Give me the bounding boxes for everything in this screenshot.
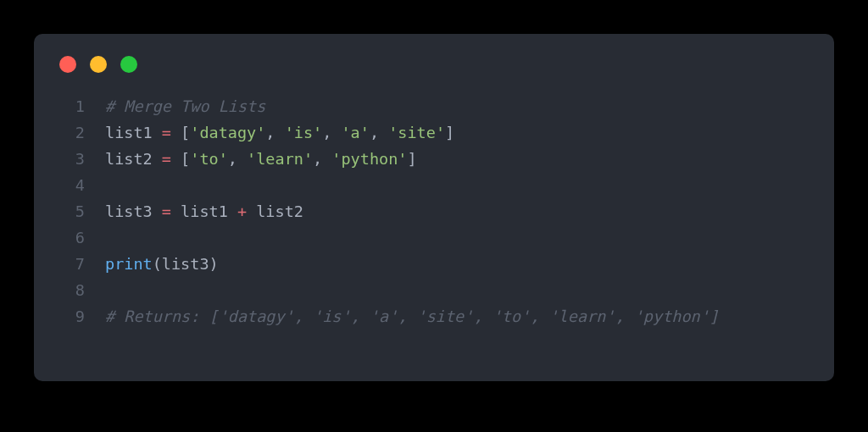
token: list2: [247, 202, 303, 220]
code-area: 1# Merge Two Lists2list1 = ['datagy', 'i…: [34, 73, 834, 330]
code-line: 1# Merge Two Lists: [51, 93, 817, 119]
line-content: # Returns: ['datagy', 'is', 'a', 'site',…: [105, 303, 719, 330]
token: 'to': [190, 150, 228, 168]
code-line: 7print(list3): [51, 251, 817, 277]
token: [: [171, 124, 190, 141]
token: 'python': [331, 150, 407, 168]
line-number: 6: [51, 224, 105, 251]
token: ,: [322, 124, 341, 141]
close-icon[interactable]: [59, 56, 76, 73]
line-number: 3: [51, 146, 105, 172]
token: 'is': [285, 124, 323, 141]
token: ,: [313, 150, 331, 168]
token: # Merge Two Lists: [105, 97, 265, 115]
code-line: 6: [51, 224, 817, 251]
token: [: [171, 150, 190, 168]
token: ,: [228, 150, 247, 168]
token: 'site': [388, 124, 445, 141]
line-content: list3 = list1 + list2: [105, 198, 303, 224]
zoom-icon[interactable]: [120, 56, 137, 73]
line-content: # Merge Two Lists: [105, 93, 265, 119]
token: ]: [445, 124, 454, 141]
token: list1: [171, 202, 237, 220]
line-number: 5: [51, 198, 105, 224]
token: =: [162, 202, 171, 220]
window-controls: [34, 34, 834, 73]
token: +: [237, 202, 247, 220]
token: 'datagy': [190, 124, 265, 141]
token: print: [105, 255, 153, 273]
line-content: print(list3): [105, 251, 219, 277]
token: list2: [105, 150, 162, 168]
code-line: 2list1 = ['datagy', 'is', 'a', 'site']: [51, 119, 817, 146]
token: list3: [105, 202, 162, 220]
token: ,: [265, 124, 284, 141]
token: ]: [407, 150, 416, 168]
line-content: list1 = ['datagy', 'is', 'a', 'site']: [105, 119, 454, 146]
token: =: [162, 150, 171, 168]
token: (list3): [153, 255, 219, 273]
code-line: 9# Returns: ['datagy', 'is', 'a', 'site'…: [51, 303, 817, 330]
code-line: 8: [51, 277, 817, 303]
token: 'a': [341, 124, 369, 141]
minimize-icon[interactable]: [90, 56, 107, 73]
code-line: 5list3 = list1 + list2: [51, 198, 817, 224]
line-number: 7: [51, 251, 105, 277]
line-number: 2: [51, 119, 105, 146]
code-window: 1# Merge Two Lists2list1 = ['datagy', 'i…: [34, 34, 834, 381]
code-line: 4: [51, 172, 817, 198]
token: =: [162, 124, 171, 141]
token: 'learn': [247, 150, 313, 168]
line-content: list2 = ['to', 'learn', 'python']: [105, 146, 417, 172]
line-number: 4: [51, 172, 105, 198]
code-line: 3list2 = ['to', 'learn', 'python']: [51, 146, 817, 172]
line-number: 8: [51, 277, 105, 303]
token: ,: [370, 124, 388, 141]
line-number: 9: [51, 303, 105, 330]
token: list1: [105, 124, 162, 141]
token: # Returns: ['datagy', 'is', 'a', 'site',…: [105, 307, 719, 325]
line-number: 1: [51, 93, 105, 119]
